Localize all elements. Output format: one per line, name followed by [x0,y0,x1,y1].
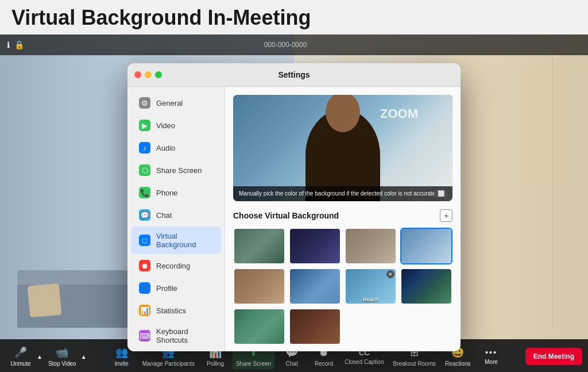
sidebar-item-share-screen[interactable]: ⬡ Share Screen [131,159,221,181]
breakout-label: Breakout Rooms [393,361,435,367]
meeting-id: 000-000-0000 [264,41,307,49]
unmute-icon: 🎤 [14,346,27,359]
background-grid: ✕ Beach [233,228,452,345]
maximize-button[interactable] [155,71,162,78]
settings-sidebar: ⚙ General ▶ Video ♪ Audio ⬡ Share Screen… [127,87,225,351]
unmute-button[interactable]: 🎤 Unmute [6,344,36,369]
polling-label: Polling [207,361,224,367]
statistics-icon: 📊 [139,305,150,316]
modal-body: ⚙ General ▶ Video ♪ Audio ⬡ Share Screen… [127,87,461,351]
section-header: Choose Virtual Background + [233,209,452,222]
video-chevron[interactable]: ▲ [80,352,88,361]
video-icon: ▶ [139,120,150,131]
sidebar-label-virtual-background: Virtual Background [156,232,213,249]
sidebar-label-statistics: Statistics [156,306,186,315]
sidebar-item-keyboard-shortcuts[interactable]: ⌨ Keyboard Shortcuts [131,322,221,350]
end-meeting-button[interactable]: End Meeting [525,348,582,365]
sidebar-label-share-screen: Share Screen [156,166,202,175]
background-thumbnail-3[interactable] [345,228,397,264]
sidebar-item-phone[interactable]: 📞 Phone [131,182,221,204]
close-button[interactable] [134,71,141,78]
sidebar-item-chat[interactable]: 💬 Chat [131,204,221,226]
background-thumbnail-2[interactable] [289,228,341,264]
modal-titlebar: Settings [127,63,461,87]
sidebar-label-keyboard-shortcuts: Keyboard Shortcuts [156,327,213,344]
profile-icon: 👤 [139,282,150,294]
zoom-logo: ZOOM [380,106,418,121]
info-icon: ℹ [7,40,10,49]
recording-icon: ⏺ [139,260,150,271]
reactions-label: Reactions [445,361,470,367]
add-background-button[interactable]: + [440,209,452,222]
modal-title: Settings [278,70,310,79]
delete-icon-7[interactable]: ✕ [386,270,394,278]
preview-toggle-btn[interactable]: ⬜ [434,189,448,198]
sidebar-item-audio[interactable]: ♪ Audio [131,137,221,159]
video-preview: ZOOM Manually pick the color of the back… [233,95,452,201]
meeting-container: ℹ 🔒 000-000-0000 Settings ⚙ General [0,34,588,372]
closed-caption-label: Closed Caption [345,359,384,365]
sidebar-label-general: General [156,99,183,108]
sidebar-item-statistics[interactable]: 📊 Statistics [131,300,221,321]
virtual-bg-icon: □ [139,235,150,246]
background-thumbnail-1[interactable] [233,228,285,264]
background-thumbnail-10[interactable] [289,308,341,345]
minimize-button[interactable] [145,71,152,78]
sidebar-label-recording: Recording [156,262,190,270]
invite-label: Invite [115,361,129,367]
page-title-heading: Virtual Background In-Meeting [0,0,588,34]
sidebar-label-profile: Profile [156,284,177,293]
background-thumbnail-8[interactable] [400,268,452,305]
invite-icon: 👥 [115,346,128,359]
lock-icon: 🔒 [14,40,24,49]
background-thumbnail-6[interactable] [289,268,341,305]
unmute-label: Unmute [10,361,30,367]
traffic-lights [134,71,162,78]
background-thumbnail-9[interactable] [233,308,285,345]
sidebar-item-video[interactable]: ▶ Video [131,114,221,136]
more-label: More [485,359,498,365]
manage-participants-label: Manage Participants [142,361,195,367]
more-button[interactable]: ••• More [476,346,506,367]
preview-caption: Manually pick the color of the backgroun… [233,186,452,201]
settings-modal: Settings ⚙ General ▶ Video ♪ Audio ⬡ [127,63,461,351]
background-thumbnail-4[interactable] [400,228,452,264]
background-label-7: Beach [363,297,378,302]
share-screen-label: Share Screen [236,361,271,367]
general-icon: ⚙ [139,97,150,109]
section-title: Choose Virtual Background [233,211,339,220]
unmute-chevron[interactable]: ▲ [36,352,44,361]
more-icon: ••• [485,348,497,357]
settings-content: ZOOM Manually pick the color of the back… [225,87,461,351]
sidebar-label-chat: Chat [156,211,172,220]
record-label: Record [315,361,333,367]
stop-video-button[interactable]: 📹 Stop Video [45,344,80,369]
chat-icon: 💬 [139,209,150,221]
phone-icon: 📞 [139,187,150,198]
audio-icon: ♪ [139,142,150,154]
sidebar-label-video: Video [156,121,175,130]
sidebar-label-phone: Phone [156,189,178,197]
top-bar: ℹ 🔒 000-000-0000 [0,34,588,55]
sidebar-label-audio: Audio [156,144,175,152]
background-thumbnail-5[interactable] [233,268,285,305]
sidebar-item-recording[interactable]: ⏺ Recording [131,255,221,277]
background-thumbnail-7[interactable]: ✕ Beach [345,268,397,305]
stop-video-icon: 📹 [56,346,68,359]
chat-label: Chat [286,361,298,367]
share-screen-icon: ⬡ [139,164,150,176]
stop-video-label: Stop Video [48,361,76,367]
sidebar-item-virtual-background[interactable]: □ Virtual Background [131,227,221,254]
keyboard-icon: ⌨ [139,330,150,342]
sidebar-item-general[interactable]: ⚙ General [131,92,221,114]
sidebar-item-accessibility[interactable]: ♿ Accessibility [131,350,221,351]
sidebar-item-profile[interactable]: 👤 Profile [131,277,221,299]
